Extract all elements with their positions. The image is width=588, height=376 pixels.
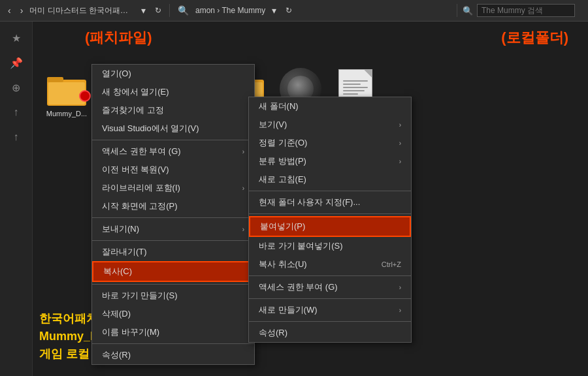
search-icon: 🔍: [463, 6, 473, 16]
menu-delete[interactable]: 삭제(D): [92, 305, 254, 323]
menu-restore[interactable]: 이전 버전 복원(V): [92, 161, 254, 179]
patch-label: (패치파일): [85, 28, 152, 48]
left-address-text: 머미 디마스터드 한국어패치(20.12...: [29, 5, 135, 16]
search-bar: 🔍: [457, 4, 588, 17]
menu-access-rights[interactable]: 액세스 권한 부여 (G)›: [92, 142, 254, 161]
rmenu-refresh[interactable]: 새로 고침(E): [249, 170, 411, 189]
rmenu-properties[interactable]: 속성(R): [249, 324, 411, 342]
menu-send[interactable]: 보내기(N)›: [92, 220, 254, 238]
separator-2: [92, 217, 254, 218]
menu-cut[interactable]: 잘라내기(T): [92, 243, 254, 261]
rmenu-new[interactable]: 새로 만들기(W)›: [249, 301, 411, 319]
menu-open-vs[interactable]: Visual Studio에서 열기(V): [92, 119, 254, 138]
patch-folder-icon: [46, 70, 88, 107]
rsep-4: [249, 298, 411, 299]
rsep-5: [249, 321, 411, 322]
sidebar-icon-up1[interactable]: ↑: [7, 102, 26, 122]
refresh-button-left[interactable]: ↻: [152, 5, 164, 16]
rmenu-view[interactable]: 보기(V)›: [249, 116, 411, 134]
menu-pin-start[interactable]: 시작 화면에 고정(P): [92, 197, 254, 215]
refresh-button-mid[interactable]: ↻: [283, 5, 295, 16]
back-button[interactable]: ‹: [5, 4, 14, 17]
menu-rename[interactable]: 이름 바꾸기(M): [92, 323, 254, 341]
local-label: (로컬폴더): [501, 28, 568, 48]
rmenu-customize[interactable]: 현재 폴더 사용자 지정(F)...: [249, 193, 411, 212]
rmenu-undo-copy[interactable]: 복사 취소(U)Ctrl+Z: [249, 255, 411, 274]
rmenu-paste-shortcut[interactable]: 바로 가기 붙여넣기(S): [249, 237, 411, 255]
search-icon-middle[interactable]: 🔍: [175, 4, 191, 17]
right-panel: (로컬폴더) Mummy_Data: [209, 22, 588, 376]
patch-folder-item[interactable]: Mummy_D...: [46, 70, 88, 118]
rmenu-new-folder[interactable]: 새 폴더(N): [249, 97, 411, 116]
rsep-1: [249, 191, 411, 191]
separator-3: [92, 240, 254, 241]
left-context-menu: 열기(O) 새 창에서 열기(E) 즐겨찾기에 고정 Visual Studio…: [91, 64, 255, 365]
left-panel: (패치파일) Mummy_D... 열기(O) 새 창에서 열기(: [33, 22, 209, 376]
red-circle-indicator: [79, 90, 91, 102]
sidebar-icon-pin[interactable]: 📌: [7, 53, 26, 72]
rsep-2: [249, 213, 411, 214]
right-context-menu: 새 폴더(N) 보기(V)› 정렬 기준(O)› 분류 방법(P)› 새로 고침…: [248, 97, 412, 343]
menu-open[interactable]: 열기(O): [92, 65, 254, 83]
dropdown-button-left[interactable]: ▾: [139, 4, 148, 17]
menu-pin-quick[interactable]: 즐겨찾기에 고정: [92, 101, 254, 119]
patch-folder-name: Mummy_D...: [46, 110, 87, 118]
rmenu-paste[interactable]: 붙여넣기(P): [249, 216, 411, 237]
top-bar: ‹ › 머미 디마스터드 한국어패치(20.12... ▾ ↻ 🔍 amon ›…: [0, 0, 588, 22]
menu-properties-left[interactable]: 속성(R): [92, 346, 254, 364]
breadcrumb: amon › The Mummy: [195, 6, 265, 15]
menu-copy[interactable]: 복사(C): [92, 261, 254, 282]
sidebar-icon-add[interactable]: ⊕: [7, 78, 26, 97]
menu-library[interactable]: 라이브러리에 포함(I)›: [92, 179, 254, 197]
separator-5: [92, 343, 254, 344]
breadcrumb-bar: 🔍 amon › The Mummy ▾ ↻: [170, 4, 457, 17]
rmenu-sort[interactable]: 정렬 기준(O)›: [249, 134, 411, 152]
menu-create-shortcut[interactable]: 바로 가기 만들기(S): [92, 287, 254, 305]
menu-open-new-window[interactable]: 새 창에서 열기(E): [92, 83, 254, 101]
svg-rect-1: [47, 77, 63, 82]
rmenu-access[interactable]: 액세스 권한 부여 (G)›: [249, 278, 411, 296]
main-area: ★ 📌 ⊕ ↑ ↑ (패치파일) Mummy_D...: [0, 22, 588, 376]
sidebar: ★ 📌 ⊕ ↑ ↑: [0, 22, 33, 376]
separator-1: [92, 140, 254, 140]
forward-button[interactable]: ›: [18, 4, 26, 17]
dropdown-button-mid[interactable]: ▾: [269, 4, 279, 17]
rmenu-group[interactable]: 분류 방법(P)›: [249, 152, 411, 170]
search-input[interactable]: [477, 4, 575, 17]
sidebar-icon-up2[interactable]: ↑: [7, 127, 26, 147]
sidebar-icon-star[interactable]: ★: [7, 28, 26, 48]
rsep-3: [249, 275, 411, 276]
separator-4: [92, 284, 254, 285]
left-address-bar: ‹ › 머미 디마스터드 한국어패치(20.12... ▾ ↻: [0, 4, 170, 17]
